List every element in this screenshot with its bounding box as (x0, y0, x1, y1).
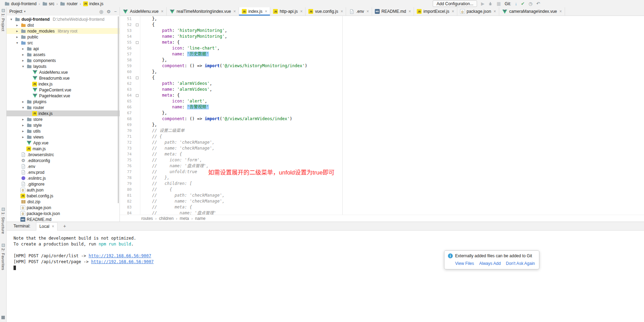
tree-item[interactable]: PageContent.vue (7, 87, 120, 93)
tree-item[interactable]: ⚙.editorconfig (7, 158, 120, 163)
tree-item[interactable]: ▸node_moduleslibrary root (7, 28, 120, 34)
close-icon[interactable]: × (452, 9, 454, 14)
code-line[interactable]: 77 // unfold:true (120, 169, 644, 175)
editor-tab[interactable]: MDREADME.md× (372, 7, 414, 16)
line-number[interactable]: 63 (120, 87, 134, 92)
line-number[interactable]: 67 (120, 110, 134, 116)
project-view-selector[interactable]: Project ▾ (9, 9, 26, 14)
editor-tab[interactable]: {}package.json× (457, 7, 499, 16)
line-number[interactable]: 72 (120, 140, 134, 145)
editor-tab[interactable]: JSvue.config.js× (306, 7, 346, 16)
hide-panel-icon[interactable]: − (114, 9, 117, 14)
add-configuration-button[interactable]: Add Configuration... (433, 0, 477, 7)
tree-item[interactable]: ▸api (7, 46, 120, 52)
close-icon[interactable]: × (300, 9, 302, 14)
editor-tab[interactable]: cameraManage\index.vue× (499, 7, 565, 16)
tree-item[interactable]: AsideMenu.vue (7, 69, 120, 75)
line-number[interactable]: 60 (120, 69, 134, 75)
code-line[interactable]: 63 name: 'alarmVideos', (120, 87, 644, 92)
collapse-arrow-icon[interactable]: ▾ (9, 17, 13, 21)
coverage-icon[interactable]: ▦ (496, 1, 501, 6)
locate-file-icon[interactable]: ◎ (99, 9, 103, 14)
close-icon[interactable]: × (341, 9, 343, 14)
expand-arrow-icon[interactable]: ▸ (21, 117, 25, 121)
code-line[interactable]: 82 // name: 'checkManage', (120, 198, 644, 204)
line-number[interactable]: 79 (120, 181, 134, 187)
expand-arrow-icon[interactable]: ▸ (21, 47, 25, 51)
line-number[interactable]: 74 (120, 151, 134, 157)
tree-item[interactable]: ▾layouts (7, 63, 120, 69)
close-icon[interactable]: × (233, 9, 236, 14)
tree-item[interactable]: {}package-lock.json (7, 211, 120, 216)
code-editor[interactable]: 51 },52 {53 path: 'historyMonitoring',54… (120, 16, 644, 215)
terminal-link[interactable]: http://192.168.66.56:9007 (89, 253, 151, 258)
code-line[interactable]: 79 // children: [ (120, 181, 644, 187)
editor-tab[interactable]: AsideMenu.vue× (120, 7, 167, 16)
editor-tab[interactable]: .env× (346, 7, 372, 16)
editor-tab[interactable]: realTimeMonitoring\index.vue× (167, 7, 239, 16)
line-number[interactable]: 73 (120, 145, 134, 151)
debug-icon[interactable] (488, 1, 493, 6)
tree-item[interactable]: ▸assets (7, 52, 120, 57)
project-scrollbar[interactable] (118, 16, 119, 203)
line-number[interactable]: 61 (120, 75, 134, 81)
expand-arrow-icon[interactable]: ▸ (15, 23, 19, 27)
line-number[interactable]: 55 (120, 39, 134, 45)
git-commit-icon[interactable]: ✔ (521, 1, 525, 6)
code-line[interactable]: 72 // path: 'checkManage', (120, 140, 644, 145)
line-number[interactable]: 76 (120, 163, 134, 169)
tree-item[interactable]: JSbabel.config.js (7, 193, 120, 199)
close-icon[interactable]: × (52, 224, 54, 229)
line-number[interactable]: 58 (120, 57, 134, 63)
fold-marker-icon[interactable] (136, 24, 139, 26)
line-number[interactable]: 52 (120, 22, 134, 28)
code-line[interactable]: 69 }, (120, 122, 644, 128)
breadcrumb-item[interactable]: JSindex.js (82, 1, 104, 6)
line-number[interactable]: 53 (120, 28, 134, 34)
bottom-tool-icon[interactable] (1, 316, 5, 319)
collapse-arrow-icon[interactable]: ▾ (15, 41, 19, 45)
expand-arrow-icon[interactable]: ▸ (15, 29, 19, 33)
tree-item[interactable]: ▸store (7, 116, 120, 122)
editor-tab[interactable]: JSindex.js× (239, 7, 271, 16)
expand-arrow-icon[interactable]: ▸ (21, 129, 25, 133)
tree-item[interactable]: ▸views (7, 134, 120, 140)
breadcrumb-item[interactable]: duoji-frontend (3, 1, 37, 7)
code-line[interactable]: 74 // meta: { (120, 151, 644, 157)
fold-marker-icon[interactable] (136, 41, 139, 44)
project-tool-button[interactable]: 1: Project (1, 9, 5, 31)
code-line[interactable]: 67 }, (120, 110, 644, 116)
tree-item[interactable]: ▾src (7, 40, 120, 46)
editor-breadcrumb-item[interactable]: name (195, 216, 205, 221)
code-line[interactable]: 60 }, (120, 69, 644, 75)
expand-arrow-icon[interactable]: ▸ (21, 135, 25, 139)
tree-item[interactable]: JSindex.js (7, 110, 120, 116)
code-line[interactable]: 55 meta: { (120, 39, 644, 45)
code-line[interactable]: 70 // 设置二级菜单 (120, 128, 644, 134)
line-number[interactable]: 77 (120, 169, 134, 175)
code-line[interactable]: 57 name: '历史数据' (120, 51, 644, 57)
line-number[interactable]: 83 (120, 204, 134, 210)
fold-marker-icon[interactable] (136, 94, 139, 97)
line-number[interactable]: 54 (120, 34, 134, 39)
line-number[interactable]: 57 (120, 51, 134, 57)
line-number[interactable]: 59 (120, 63, 134, 69)
code-line[interactable]: 59 component: () => import('@/views/hist… (120, 63, 644, 69)
notification-action[interactable]: Don't Ask Again (506, 261, 535, 266)
new-terminal-button[interactable]: + (63, 223, 66, 229)
notification-action[interactable]: View Files (455, 261, 474, 266)
line-number[interactable]: 75 (120, 157, 134, 163)
editor-breadcrumb-item[interactable]: routes (141, 216, 153, 221)
code-line[interactable]: 52 { (120, 22, 644, 28)
code-line[interactable]: 83 // meta: { (120, 204, 644, 210)
tree-item[interactable]: ▾router (7, 105, 120, 110)
collapse-arrow-icon[interactable]: ▾ (21, 106, 25, 109)
favorites-tool-button[interactable]: 2: Favorites (1, 244, 5, 270)
editor-breadcrumb-item[interactable]: meta (180, 216, 189, 221)
tree-item[interactable]: .eslintrc.js (7, 175, 120, 181)
line-number[interactable]: 65 (120, 98, 134, 104)
tree-item[interactable]: ▸style (7, 122, 120, 128)
line-number[interactable]: 68 (120, 116, 134, 122)
tree-item[interactable]: ▸utils (7, 128, 120, 134)
structure-tool-button[interactable]: 1: Structure (1, 208, 5, 234)
